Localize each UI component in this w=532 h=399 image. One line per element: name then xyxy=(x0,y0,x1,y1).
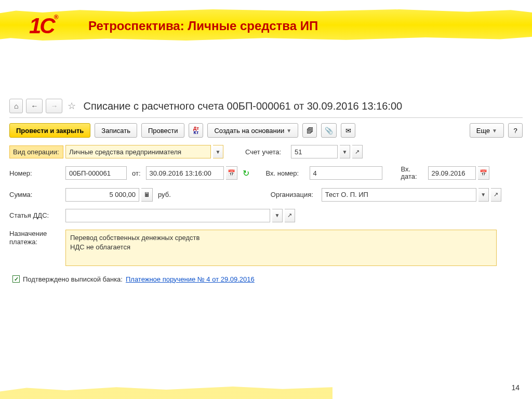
more-button[interactable]: Еще▼ xyxy=(470,123,504,138)
operation-type-field[interactable]: Личные средства предпринимателя xyxy=(65,145,211,158)
save-button[interactable]: Записать xyxy=(95,123,137,138)
dds-open-button[interactable]: ↗ xyxy=(285,209,295,222)
bank-confirmed-checkbox[interactable]: ✓ xyxy=(12,275,20,283)
dds-dropdown[interactable]: ▼ xyxy=(272,209,283,222)
dt-kt-button[interactable]: ДтКт xyxy=(189,123,203,138)
toolbar: Провести и закрыть Записать Провести ДтК… xyxy=(9,123,523,138)
bank-confirmed-label: Подтверждено выпиской банка: xyxy=(23,275,123,283)
mail-icon-button[interactable]: ✉ xyxy=(341,123,355,138)
nav-bar: ⌂ ← → ☆ Списание с расчетного счета 00БП… xyxy=(9,99,523,118)
more-label: Еще xyxy=(476,127,490,135)
account-dropdown[interactable]: ▼ xyxy=(340,145,350,158)
create-based-on-button[interactable]: Создать на основании▼ xyxy=(207,123,298,138)
bank-confirmation-row: ✓ Подтверждено выпиской банка: Платежное… xyxy=(12,275,523,283)
organization-field[interactable]: Тест О. П. ИП xyxy=(322,188,476,202)
currency-label: руб. xyxy=(155,191,174,198)
number-label: Номер: xyxy=(9,169,63,177)
account-open-button[interactable]: ↗ xyxy=(352,145,363,158)
post-and-close-button[interactable]: Провести и закрыть xyxy=(9,123,90,138)
create-based-label: Создать на основании xyxy=(214,127,284,135)
back-button[interactable]: ← xyxy=(26,99,43,113)
post-button[interactable]: Провести xyxy=(141,123,185,138)
sum-label: Сумма: xyxy=(9,191,63,198)
document-title: Списание с расчетного счета 00БП-000061 … xyxy=(83,100,402,112)
dds-field[interactable] xyxy=(65,209,270,222)
calculator-button[interactable]: 🖩 xyxy=(141,188,153,202)
page-number: 14 xyxy=(511,383,520,392)
dds-label: Статья ДДС: xyxy=(9,211,63,219)
operation-type-dropdown[interactable]: ▼ xyxy=(213,145,223,158)
organization-label: Организация: xyxy=(268,191,320,198)
print-icon-button[interactable]: 🗐 xyxy=(302,123,317,138)
organization-dropdown[interactable]: ▼ xyxy=(478,188,489,202)
incoming-date-calendar-button[interactable]: 📅 xyxy=(478,166,489,180)
home-button[interactable]: ⌂ xyxy=(9,99,23,113)
form-container: ⌂ ← → ☆ Списание с расчетного счета 00БП… xyxy=(0,47,532,283)
dt-kt-icon: ДтКт xyxy=(193,126,199,135)
organization-open-button[interactable]: ↗ xyxy=(491,188,501,202)
purpose-label: Назначение платежа: xyxy=(9,230,63,247)
refresh-icon[interactable]: ↻ xyxy=(240,168,250,178)
from-label: от: xyxy=(129,169,144,177)
slide-title: Ретроспектива: Личные средства ИП xyxy=(88,19,318,33)
date-field[interactable]: 30.09.2016 13:16:00 xyxy=(146,166,224,180)
forward-button[interactable]: → xyxy=(46,99,62,113)
slide-header: 1С Ретроспектива: Личные средства ИП xyxy=(0,0,532,47)
favorite-star-icon[interactable]: ☆ xyxy=(65,100,78,112)
operation-type-label: Вид операции: xyxy=(9,145,63,158)
payment-order-link[interactable]: Платежное поручение № 4 от 29.09.2016 xyxy=(126,275,255,283)
number-field[interactable]: 00БП-000061 xyxy=(65,166,127,180)
account-field[interactable]: 51 xyxy=(291,145,338,158)
date-calendar-button[interactable]: 📅 xyxy=(226,166,237,180)
attach-icon-button[interactable]: 📎 xyxy=(321,123,337,138)
footer-brushstroke xyxy=(0,387,332,399)
help-button[interactable]: ? xyxy=(508,123,523,138)
incoming-date-label: Вх. дата: xyxy=(398,166,426,181)
incoming-date-field[interactable]: 29.09.2016 xyxy=(428,166,476,180)
purpose-textarea[interactable]: Перевод собственных денежных средств НДС… xyxy=(65,230,497,266)
incoming-number-label: Вх. номер: xyxy=(263,169,308,177)
account-label: Счет учета: xyxy=(242,148,289,156)
sum-field[interactable]: 5 000,00 xyxy=(65,188,139,202)
logo-1c: 1С xyxy=(29,14,57,38)
incoming-number-field[interactable]: 4 xyxy=(310,166,382,180)
